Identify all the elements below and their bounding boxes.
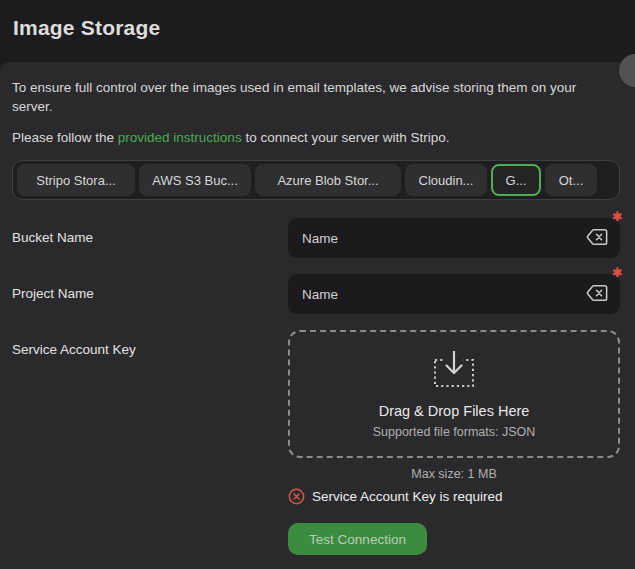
- bucket-name-input[interactable]: [288, 218, 620, 258]
- project-name-clear-button[interactable]: [586, 285, 608, 303]
- dropzone-subtitle: Supported file formats: JSON: [373, 425, 536, 439]
- file-dropzone[interactable]: Drag & Drop Files Here Supported file fo…: [288, 330, 620, 458]
- bucket-name-label: Bucket Name: [12, 218, 288, 258]
- download-into-box-icon: [430, 349, 478, 393]
- provided-instructions-link[interactable]: provided instructions: [118, 130, 242, 145]
- tab-azure-blob-storage[interactable]: Azure Blob Stor...: [255, 164, 401, 196]
- required-asterisk-icon: ✱: [612, 266, 623, 279]
- service-account-key-row: Service Account Key Drag & Drop Files He…: [12, 330, 620, 555]
- project-name-input-wrap: ✱: [288, 274, 620, 314]
- service-account-key-field: Drag & Drop Files Here Supported file fo…: [288, 330, 620, 555]
- bucket-name-input-wrap: ✱: [288, 218, 620, 258]
- image-storage-panel: To ensure full control over the images u…: [0, 62, 635, 569]
- error-message-row: Service Account Key is required: [288, 488, 620, 505]
- required-asterisk-icon: ✱: [612, 210, 623, 223]
- project-name-input[interactable]: [288, 274, 620, 314]
- tab-stripo-storage[interactable]: Stripo Stora...: [17, 164, 135, 196]
- error-message-text: Service Account Key is required: [312, 489, 503, 504]
- backspace-clear-icon: [586, 284, 608, 305]
- storage-provider-tabs: Stripo Stora... AWS S3 Buc... Azure Blob…: [12, 160, 620, 200]
- service-account-key-label: Service Account Key: [12, 330, 288, 555]
- tab-google-selected[interactable]: G...: [491, 164, 541, 196]
- backspace-clear-icon: [586, 228, 608, 249]
- tab-other[interactable]: Ot...: [545, 164, 597, 196]
- test-connection-button[interactable]: Test Connection: [288, 523, 427, 555]
- bucket-name-row: Bucket Name ✱: [12, 218, 620, 258]
- error-circle-x-icon: [288, 488, 305, 505]
- max-size-note: Max size: 1 MB: [288, 467, 620, 481]
- page-title: Image Storage: [13, 16, 160, 40]
- project-name-row: Project Name ✱: [12, 274, 620, 314]
- instructions-text: Please follow the provided instructions …: [12, 129, 620, 146]
- project-name-label: Project Name: [12, 274, 288, 314]
- instructions-prefix: Please follow the: [12, 130, 118, 145]
- tab-aws-s3-bucket[interactable]: AWS S3 Buc...: [139, 164, 251, 196]
- instructions-suffix: to connect your server with Stripo.: [242, 130, 450, 145]
- dropzone-title: Drag & Drop Files Here: [379, 403, 530, 419]
- bucket-name-clear-button[interactable]: [586, 229, 608, 247]
- tab-cloudinary[interactable]: Cloudin...: [405, 164, 487, 196]
- intro-text: To ensure full control over the images u…: [12, 78, 612, 116]
